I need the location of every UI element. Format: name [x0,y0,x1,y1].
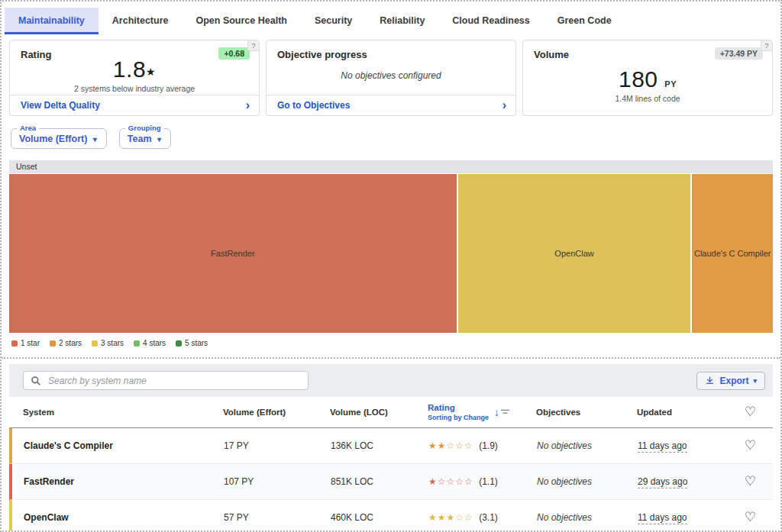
download-icon [705,376,715,385]
rating-cell: ★★☆☆☆ (1.9) [417,440,502,451]
filter-list-icon[interactable] [499,408,522,418]
summary-cards: ? Rating +0.68 1.8★ 2 systems below indu… [2,40,780,116]
search-icon [31,376,41,386]
updated-cell[interactable]: 29 days ago [626,476,735,487]
favorites-column-header[interactable]: ♡ [745,405,773,419]
col-volume-effort[interactable]: Volume (Effort) [209,408,316,417]
chevron-right-icon: › [246,99,250,111]
star-rating-icon: ★☆☆☆☆ [428,476,473,487]
tab-maintainability[interactable]: Maintainability [5,8,99,34]
favorite-toggle[interactable]: ♡ [745,439,773,453]
help-icon[interactable]: ? [247,40,259,51]
system-name[interactable]: FastRender [12,476,212,487]
updated-cell[interactable]: 11 days ago [626,512,735,523]
export-button[interactable]: Export ▾ [696,372,765,390]
section-divider [2,357,780,359]
favorite-toggle[interactable]: ♡ [745,511,773,524]
legend-swatch [11,340,18,347]
legend-5-stars: 5 stars [176,339,208,347]
tab-reliability[interactable]: Reliability [366,8,438,34]
legend-swatch [50,340,56,347]
volume-loc-cell: 136K LOC [319,440,417,451]
sort-descending-icon[interactable]: ↓ [494,406,499,418]
rating-subtitle: 2 systems below industry average [74,84,195,93]
chevron-down-icon: ▾ [753,377,757,385]
rating-card: ? Rating +0.68 1.8★ 2 systems below indu… [9,40,260,116]
volume-subtitle: 1.4M lines of code [615,94,680,103]
legend-swatch [134,340,140,347]
legend-swatch [92,340,98,347]
treemap-block-openclaw[interactable]: OpenClaw [458,174,691,333]
col-rating[interactable]: Rating Sorting by Change ↓ [414,403,499,421]
col-volume-loc[interactable]: Volume (LOC) [316,408,414,417]
no-objectives-note: No objectives configured [341,70,441,81]
table-row-fastrender[interactable]: FastRender 107 PY 851K LOC ★☆☆☆☆ (1.1) N… [9,464,773,500]
legend-3-stars: 3 stars [92,339,124,347]
systems-table-toolbar: Export ▾ [9,364,773,397]
treemap-block-fastrender[interactable]: FastRender [9,174,457,333]
objective-progress-card: Objective progress No objectives configu… [266,40,516,116]
system-name[interactable]: OpenClaw [12,512,212,523]
heart-icon[interactable]: ♡ [745,510,756,524]
heart-icon[interactable]: ♡ [745,438,756,453]
grouping-select[interactable]: Grouping Team ▾ [119,128,171,149]
tab-security[interactable]: Security [301,8,366,34]
table-header-row: System Volume (Effort) Volume (LOC) Rati… [9,397,773,428]
grouping-select-label: Grouping [125,124,164,132]
sorting-by-change-label: Sorting by Change [428,414,489,421]
volume-loc-cell: 851K LOC [319,476,417,487]
tab-cloud-readiness[interactable]: Cloud Readiness [438,8,543,34]
chevron-down-icon: ▾ [93,135,97,143]
systems-treemap: Unset FastRender OpenClaw Claude's C Com… [9,160,773,333]
volume-loc-cell: 460K LOC [319,512,417,523]
star-rating-icon: ★★★☆☆ [428,512,473,523]
col-objectives[interactable]: Objectives [522,408,623,417]
table-row-openclaw[interactable]: OpenClaw 57 PY 460K LOC ★★★☆☆ (3.1) No o… [9,500,773,532]
treemap-filters: Area Volume (Effort) ▾ Grouping Team ▾ [2,116,780,153]
col-system[interactable]: System [9,408,209,417]
search-input[interactable] [48,376,301,386]
chevron-down-icon: ▾ [157,135,161,143]
treemap-group-header: Unset [9,160,773,173]
systems-table: System Volume (Effort) Volume (LOC) Rati… [9,397,773,532]
table-row-claudes-c-compiler[interactable]: Claude's C Compiler 17 PY 136K LOC ★★☆☆☆… [9,428,773,464]
legend-swatch [176,340,182,347]
objectives-cell: No objectives [525,512,626,523]
area-select[interactable]: Area Volume (Effort) ▾ [11,128,107,149]
tab-green-code[interactable]: Green Code [544,8,625,34]
star-rating-legend: 1 star 2 stars 3 stars 4 stars 5 stars [11,339,780,347]
system-name[interactable]: Claude's C Compiler [12,440,212,451]
volume-effort-cell: 57 PY [212,512,319,523]
volume-value: 180 PY [619,68,677,91]
volume-effort-cell: 107 PY [212,476,319,487]
heart-icon[interactable]: ♡ [745,405,756,419]
treemap-block-claudes-c-compiler[interactable]: Claude's C Compiler [692,174,773,333]
system-search[interactable] [23,371,309,390]
go-to-objectives-link[interactable]: Go to Objectives › [267,95,515,115]
legend-1-star: 1 star [11,339,40,347]
tab-architecture[interactable]: Architecture [99,8,183,34]
volume-card: ? Volume +73.49 PY 180 PY 1.4M lines of … [522,40,773,116]
capability-tabbar: Maintainability Architecture Open Source… [5,8,777,34]
tab-open-source-health[interactable]: Open Source Health [182,8,300,34]
col-updated[interactable]: Updated [623,408,732,417]
objectives-cell: No objectives [525,476,626,487]
view-delta-quality-link[interactable]: View Delta Quality › [10,95,259,115]
star-icon: ★ [146,66,156,78]
updated-cell[interactable]: 11 days ago [626,440,735,451]
rating-cell: ★★★☆☆ (3.1) [417,512,502,523]
chevron-right-icon: › [502,99,506,111]
favorite-toggle[interactable]: ♡ [745,475,773,488]
rating-value: 1.8★ [113,58,156,81]
volume-effort-cell: 17 PY [212,440,319,451]
star-rating-icon: ★★☆☆☆ [428,440,473,451]
legend-4-stars: 4 stars [134,339,166,347]
area-select-label: Area [17,124,39,132]
objectives-cell: No objectives [525,440,626,451]
legend-2-stars: 2 stars [50,339,82,347]
heart-icon[interactable]: ♡ [745,474,756,488]
help-icon[interactable]: ? [761,40,772,51]
rating-cell: ★☆☆☆☆ (1.1) [417,476,502,487]
